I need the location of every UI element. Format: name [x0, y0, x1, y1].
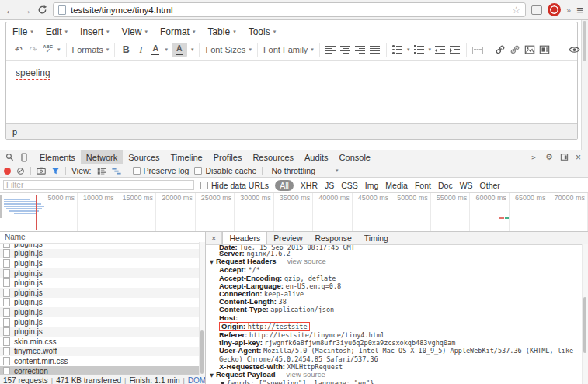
- details-tab-headers[interactable]: Headers: [222, 232, 267, 244]
- filter-type-xhr[interactable]: XHR: [301, 181, 318, 190]
- name-column-header[interactable]: Name: [0, 232, 205, 244]
- record-icon[interactable]: [4, 168, 11, 175]
- bold-button[interactable]: B: [120, 43, 131, 57]
- bullet-list-caret-icon[interactable]: ▾: [407, 47, 410, 53]
- reload-icon[interactable]: [37, 5, 47, 15]
- filter-type-all[interactable]: All: [275, 180, 294, 191]
- panel-tab-sources[interactable]: Sources: [123, 150, 165, 164]
- overflow-icon[interactable]: »: [566, 5, 571, 15]
- request-row-plugin-js[interactable]: plugin.js: [0, 327, 205, 337]
- request-row-tinymce-woff[interactable]: tinymce.woff: [0, 347, 205, 357]
- clear-icon[interactable]: [16, 167, 25, 175]
- menu-table[interactable]: Table▾: [207, 26, 235, 37]
- expand-triangle-icon[interactable]: ▼: [210, 372, 214, 379]
- misspelled-word[interactable]: speeling: [16, 67, 50, 80]
- request-row-plugin-js[interactable]: plugin.js: [0, 249, 205, 259]
- details-scrollbar-thumb[interactable]: [583, 297, 586, 353]
- italic-button[interactable]: I: [135, 43, 146, 57]
- view-waterfall-icon[interactable]: [112, 167, 121, 175]
- request-row-skin-min-css[interactable]: skin.min.css: [0, 337, 205, 347]
- network-overview-timeline[interactable]: 5000 ms10000 ms15000 ms20000 ms25000 ms3…: [0, 193, 588, 232]
- close-details-icon[interactable]: ×: [206, 232, 222, 244]
- disable-cache-checkbox[interactable]: Disable cache: [194, 166, 256, 175]
- editor-content[interactable]: speeling: [6, 61, 577, 123]
- filter-input[interactable]: [3, 180, 194, 190]
- address-bar[interactable]: testsite/tinymce/tiny4.html ☆: [53, 2, 526, 17]
- bullet-list-icon[interactable]: [392, 43, 403, 57]
- menu-edit[interactable]: Edit▾: [46, 26, 68, 37]
- font-sizes-dropdown[interactable]: Font Sizes▾: [205, 45, 251, 54]
- media-icon[interactable]: [539, 43, 550, 57]
- requests-scrollbar-thumb[interactable]: [200, 330, 204, 374]
- numbered-list-icon[interactable]: [413, 43, 424, 57]
- spellcheck-icon[interactable]: ABC ✓: [43, 43, 54, 57]
- link-icon[interactable]: [495, 43, 506, 57]
- filter-type-img[interactable]: Img: [365, 181, 379, 190]
- request-row-plugin-js[interactable]: plugin.js: [0, 298, 205, 308]
- details-tab-timing[interactable]: Timing: [358, 232, 395, 244]
- request-row-correction[interactable]: correction: [0, 366, 205, 374]
- panel-tab-profiles[interactable]: Profiles: [208, 150, 248, 164]
- filter-type-css[interactable]: CSS: [341, 181, 358, 190]
- indent-icon[interactable]: [450, 43, 461, 57]
- request-row-plugin-js[interactable]: plugin.js: [0, 244, 205, 249]
- expand-triangle-icon[interactable]: ▼: [221, 381, 224, 384]
- text-color-button[interactable]: A: [150, 43, 161, 57]
- request-row-plugin-js[interactable]: plugin.js: [0, 268, 205, 278]
- request-row-plugin-js[interactable]: plugin.js: [0, 307, 205, 317]
- background-color-button[interactable]: A: [172, 43, 187, 57]
- panel-tab-elements[interactable]: Elements: [34, 150, 81, 164]
- request-row-plugin-js[interactable]: plugin.js: [0, 317, 205, 327]
- hide-data-urls-checkbox[interactable]: Hide data URLs: [200, 181, 269, 190]
- panel-tab-audits[interactable]: Audits: [299, 150, 334, 164]
- section-request-payload[interactable]: ▼Request Payloadview source: [208, 371, 588, 379]
- menu-tools[interactable]: Tools▾: [249, 26, 277, 37]
- horizontal-rule-icon[interactable]: —: [554, 43, 565, 57]
- menu-format[interactable]: Format▾: [160, 26, 196, 37]
- unlink-icon[interactable]: [510, 43, 520, 57]
- view-source-link[interactable]: view source: [287, 370, 325, 379]
- extension-icon[interactable]: [531, 5, 542, 15]
- filter-type-font[interactable]: Font: [415, 181, 431, 190]
- panel-tab-timeline[interactable]: Timeline: [165, 150, 208, 164]
- outdent-icon[interactable]: [435, 43, 446, 57]
- screenshot-camera-icon[interactable]: [37, 167, 46, 175]
- forward-icon[interactable]: →: [21, 5, 32, 16]
- inspect-search-icon[interactable]: [5, 153, 14, 161]
- view-list-icon[interactable]: [97, 167, 106, 175]
- filter-funnel-icon[interactable]: [51, 167, 60, 175]
- panel-tab-resources[interactable]: Resources: [247, 150, 299, 164]
- dock-side-icon[interactable]: [560, 153, 569, 161]
- text-color-caret-icon[interactable]: ▾: [165, 47, 168, 53]
- align-justify-icon[interactable]: [370, 43, 381, 57]
- bookmark-star-icon[interactable]: ☆: [512, 5, 520, 16]
- align-center-icon[interactable]: [340, 43, 351, 57]
- page-scrollbar[interactable]: [581, 20, 588, 150]
- filter-type-js[interactable]: JS: [325, 181, 334, 190]
- extension-red-icon[interactable]: [548, 3, 561, 16]
- details-tab-preview[interactable]: Preview: [267, 232, 308, 244]
- filter-type-other[interactable]: Other: [480, 181, 500, 190]
- filter-type-ws[interactable]: WS: [460, 181, 473, 190]
- panel-tab-console[interactable]: Console: [334, 150, 376, 164]
- page-scrollbar-thumb[interactable]: [583, 21, 586, 61]
- align-right-icon[interactable]: [355, 43, 366, 57]
- background-color-caret-icon[interactable]: ▾: [191, 47, 194, 53]
- throttling-dropdown[interactable]: No throttling ▾: [268, 166, 338, 175]
- image-icon[interactable]: [524, 43, 535, 57]
- console-drawer-icon[interactable]: >_: [531, 154, 538, 161]
- device-mode-icon[interactable]: [20, 153, 28, 162]
- gear-icon[interactable]: ⚙: [545, 152, 553, 162]
- request-row-content-min-css[interactable]: content.min.css: [0, 356, 205, 366]
- request-row-plugin-js[interactable]: plugin.js: [0, 258, 205, 268]
- filter-type-doc[interactable]: Doc: [438, 181, 453, 190]
- align-left-icon[interactable]: [325, 43, 336, 57]
- back-icon[interactable]: ←: [5, 5, 16, 16]
- filter-type-media[interactable]: Media: [385, 181, 408, 190]
- menu-insert[interactable]: Insert▾: [80, 26, 110, 37]
- requests-scrollbar[interactable]: [199, 242, 205, 375]
- details-scrollbar[interactable]: [582, 244, 588, 384]
- chrome-menu-icon[interactable]: ≡: [576, 3, 583, 16]
- request-row-plugin-js[interactable]: plugin.js: [0, 288, 205, 298]
- section-request-headers[interactable]: ▼Request Headersview source: [208, 258, 588, 266]
